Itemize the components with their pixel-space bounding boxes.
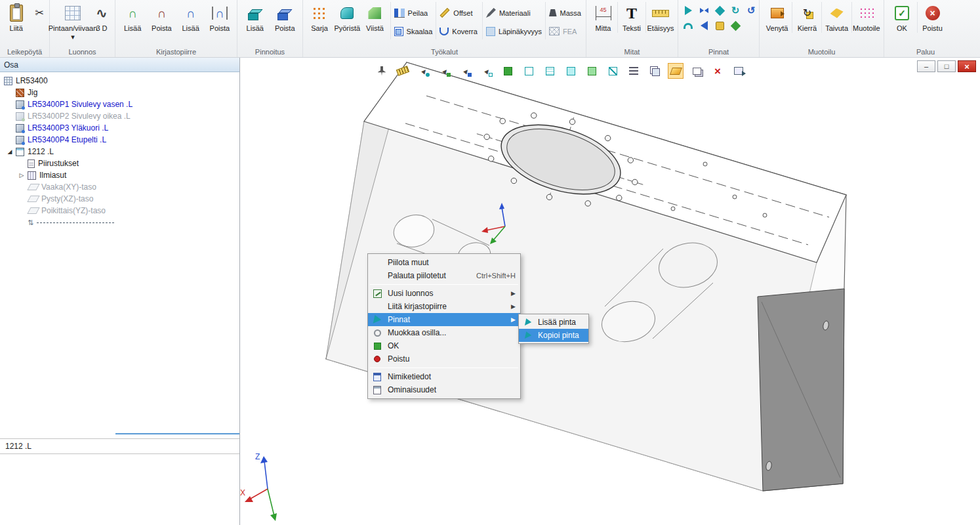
view-hidden-button[interactable] [542, 63, 558, 79]
surface-trim-button[interactable] [697, 19, 711, 32]
submenu-item-lisaa-pinta[interactable]: Lisää pinta [519, 316, 588, 329]
tree-item-p1[interactable]: LR53400P1 Sivulevy vasen .L [0, 98, 239, 110]
copy-view-button[interactable] [647, 63, 663, 79]
feature-add-button[interactable]: ∩ Lisää [176, 2, 205, 33]
ok-label: OK [897, 24, 907, 33]
submenu-item-kopioi-pinta[interactable]: Kopioi pinta [519, 329, 588, 342]
text-button[interactable]: T Teksti [617, 2, 645, 33]
surface-split-button[interactable] [697, 4, 711, 17]
fea-button[interactable]: FEA [549, 23, 581, 39]
mirror-button[interactable]: Peilaa [394, 5, 433, 21]
view-wireframe-button[interactable] [521, 63, 537, 79]
surface-join-button[interactable] [681, 19, 695, 32]
coating-add-button[interactable]: Lisää [240, 2, 270, 33]
sketch-3d-button[interactable]: ∿ 3 D [93, 2, 110, 33]
surface-save-button[interactable] [712, 19, 727, 32]
minimize-button[interactable]: – [917, 60, 935, 72]
select-box-button[interactable]: ► [479, 63, 495, 79]
expand-arrow-icon[interactable]: ◢ [5, 148, 14, 155]
scale-button[interactable]: Skaalaa [394, 23, 433, 39]
surface-offset-button[interactable] [712, 4, 727, 17]
distance-button[interactable]: Etäisyys [645, 2, 675, 33]
surface-flip-button[interactable]: ↻ [744, 4, 758, 17]
fillet-button[interactable]: Pyöristä [333, 2, 361, 33]
active-part-row[interactable]: 1212 .L [0, 438, 239, 454]
export-view-button[interactable] [731, 63, 746, 79]
collapse-arrow-icon[interactable]: ▷ [17, 172, 26, 178]
delete-button[interactable]: × [710, 63, 725, 79]
bend-button[interactable]: Taivuta [821, 2, 851, 33]
menu-item-uusi-luonnos[interactable]: Uusi luonnos ▶ [368, 287, 520, 300]
select-orbit-button[interactable]: ► [416, 63, 432, 79]
menu-item-nimiketiedot[interactable]: Nimiketiedot [368, 370, 520, 383]
menu-item-liita-kirjastopiirre[interactable]: Liitä kirjastopiirre ▶ [368, 300, 520, 313]
exit-button[interactable]: × Poistu [917, 2, 947, 33]
stretch-button[interactable]: Venytä [762, 2, 792, 33]
chamfer-button[interactable]: Viistä [361, 2, 388, 33]
library-remove-button[interactable]: ∩ Poista [147, 2, 176, 33]
close-button[interactable]: × [958, 60, 976, 72]
tree-item-root[interactable]: LR53400 [0, 75, 239, 87]
tree-item-xy-plane[interactable]: Vaaka(XY)-taso [0, 181, 239, 193]
surface-mode-button[interactable] [668, 63, 684, 79]
mass-label: Massa [560, 9, 581, 17]
select-move-button[interactable]: ► [437, 63, 453, 79]
menu-item-pinnat[interactable]: Pinnat ▶ [368, 313, 520, 326]
tree-item-piirustukset[interactable]: Piirustukset [0, 158, 239, 169]
view-shaded-button[interactable] [563, 63, 579, 79]
tree-item-insert-marker[interactable]: ⇅ [0, 217, 239, 228]
tree-item-xz-plane[interactable]: Pysty(XZ)-taso [0, 193, 239, 205]
insert-marker-line [37, 222, 114, 223]
menu-item-ok[interactable]: OK [368, 339, 520, 352]
library-add-button[interactable]: ∩ Lisää [118, 2, 147, 33]
menu-item-ominaisuudet[interactable]: Ominaisuudet [368, 383, 520, 396]
cut-button[interactable]: ✂ [32, 5, 47, 20]
sketch-to-plane-button[interactable]: Pintaan/viivaan ▾ [52, 2, 93, 41]
shell-button[interactable]: Koverra [439, 23, 479, 39]
submenu-item-label: Kopioi pinta [538, 331, 579, 340]
pattern-button[interactable]: Sarja [306, 2, 333, 33]
view-solid-button[interactable] [584, 63, 600, 79]
menu-item-poistu[interactable]: Poistu [368, 352, 520, 366]
tree-item-p4[interactable]: LR53400P4 Etupelti .L [0, 134, 239, 146]
tree-item-p2[interactable]: LR53400P2 Sivulevy oikea .L [0, 110, 239, 122]
maximize-button[interactable]: □ [937, 60, 956, 72]
select-plane-button[interactable]: ► [458, 63, 474, 79]
ok-button[interactable]: ✓ OK [887, 2, 917, 33]
dimension-button[interactable]: 45 Mitta [589, 2, 617, 33]
3d-model-view[interactable]: Z X [240, 58, 980, 525]
pin-button[interactable] [374, 63, 390, 79]
twist-button[interactable]: ↻ Kierrä [792, 2, 821, 33]
coating-remove-icon [277, 9, 292, 20]
tree-item-label: LR53400P1 Sivulevy vasen .L [28, 100, 133, 109]
tree-item-1212[interactable]: ◢ 1212 .L [0, 146, 239, 158]
tree-item-ilmiasut[interactable]: ▷ Ilmiasut [0, 169, 239, 181]
paste-face-button[interactable] [500, 63, 516, 79]
panel-splitter[interactable] [115, 433, 239, 434]
surface-merge-button[interactable] [728, 19, 743, 32]
surface-extend-button[interactable] [681, 4, 695, 17]
offset-button[interactable]: Offset [439, 5, 479, 21]
surface-rotate-button[interactable]: ↻ [728, 4, 743, 17]
tree-item-yz-plane[interactable]: Poikittais(YZ)-taso [0, 205, 239, 217]
sheets-button[interactable] [689, 63, 704, 79]
tree-item-p3[interactable]: LR53400P3 Yläkuori .L [0, 122, 239, 134]
feature-remove-button[interactable]: ∩ Poista [205, 2, 234, 33]
material-button[interactable]: Materiaali [486, 5, 542, 21]
coating-remove-button[interactable]: Poista [270, 2, 300, 33]
jig-icon [16, 89, 24, 97]
measure-button[interactable] [395, 63, 411, 79]
drawings-icon [28, 159, 35, 168]
tree-item-jig[interactable]: Jig [0, 87, 239, 98]
view-transparent-button[interactable] [605, 63, 621, 79]
menu-item-muokkaa-osilla[interactable]: Muokkaa osilla... [368, 326, 520, 339]
ribbon-group-muotoilu: Venytä ↻ Kierrä Taivuta Muotoile Muotoil… [760, 0, 884, 57]
viewport-3d[interactable]: Z X ► ► ► ► × [240, 58, 980, 525]
menu-item-piilota-muut[interactable]: Piilota muut [368, 256, 520, 269]
mass-button[interactable]: Massa [549, 5, 581, 21]
paste-button[interactable]: Liitä [3, 2, 30, 33]
transparency-button[interactable]: Läpinäkyvyys [486, 23, 542, 39]
deform-button[interactable]: Muotoile [851, 2, 881, 33]
feature-list-button[interactable] [626, 63, 642, 79]
menu-item-palauta-piilotetut[interactable]: Palauta piilotetut Ctrl+Shift+H [368, 269, 520, 282]
